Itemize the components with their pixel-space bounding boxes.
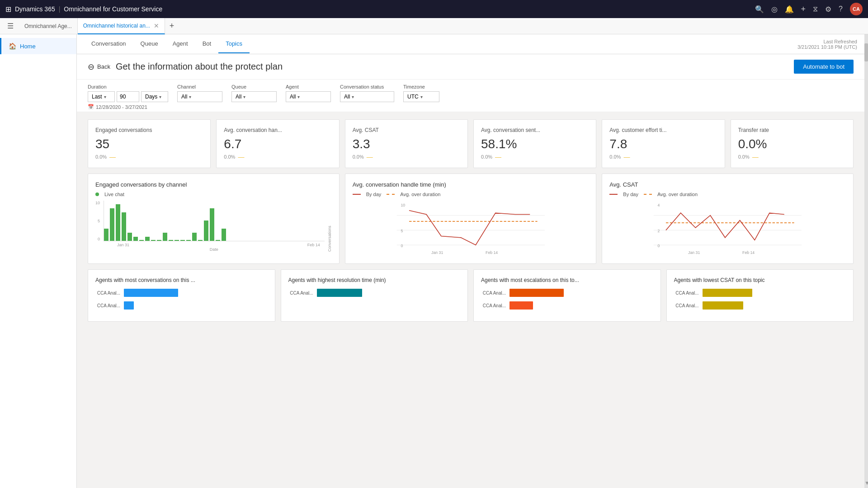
bar: [186, 240, 191, 241]
bar: [210, 208, 214, 241]
bar-fill: [124, 301, 134, 310]
top-bar-icons: 🔍 ◎ 🔔 + ⧖ ⚙ ? CA: [755, 3, 863, 15]
agent-select[interactable]: All ▾: [286, 91, 331, 102]
tab-close-icon[interactable]: ✕: [154, 22, 159, 29]
kpi-cards-section: Engaged conversations 35 0.0% — Avg. con…: [77, 112, 864, 168]
chart-legend: Live chat: [95, 192, 332, 197]
bar: [151, 240, 156, 241]
avatar[interactable]: CA: [850, 3, 863, 15]
bar: [163, 233, 167, 241]
filter-channel: Channel All ▾: [177, 84, 222, 102]
tab-queue[interactable]: Queue: [133, 35, 165, 53]
back-label: Back: [97, 63, 110, 70]
tab-omnichannel-historical[interactable]: Omnichannel historical an... ✕: [78, 18, 165, 34]
sub-tab-navigation: Conversation Queue Agent Bot Topics Last…: [77, 34, 864, 54]
bar-fill: [703, 289, 752, 297]
copilot-icon[interactable]: ◎: [771, 5, 778, 14]
csat-svg: 4 2 0 Jan 31 Feb 14 Date: [609, 201, 846, 255]
help-icon[interactable]: ?: [839, 5, 843, 13]
sidebar-item-home[interactable]: 🏠 Home: [0, 38, 76, 54]
horiz-bar-row: CCA Anal...: [95, 301, 268, 310]
bar: [204, 221, 208, 241]
bar: [127, 233, 132, 241]
kpi-avg-csat: Avg. CSAT 3.3 0.0% —: [345, 119, 468, 168]
channel-select[interactable]: All ▾: [177, 91, 222, 102]
filter-icon[interactable]: ⧖: [813, 5, 818, 13]
horiz-bar-row: CCA Anal...: [95, 289, 268, 297]
horiz-bar-row: CCA Anal...: [481, 301, 653, 310]
back-button[interactable]: ⊖ Back: [88, 62, 110, 72]
hamburger-menu-icon[interactable]: ☰: [4, 18, 17, 34]
bar: [139, 240, 144, 241]
filters-bar: Duration Last ▾ Days ▾ Channe: [77, 80, 864, 112]
bar: [198, 240, 203, 241]
timezone-select[interactable]: UTC ▾: [403, 91, 439, 102]
queue-select[interactable]: All ▾: [231, 91, 277, 102]
duration-value-input[interactable]: [117, 91, 139, 102]
bar: [157, 240, 161, 241]
svg-text:4: 4: [658, 203, 660, 207]
conversation-status-select[interactable]: All ▾: [340, 91, 394, 102]
tab-bot[interactable]: Bot: [195, 35, 219, 53]
agents-lowest-csat-chart: Agents with lowest CSAT on this topic CC…: [666, 269, 854, 322]
live-chat-legend-dot: [95, 192, 99, 196]
top-navigation-bar: ⊞ Dynamics 365 | Omnichannel for Custome…: [0, 0, 868, 18]
kpi-transfer-rate: Transfer rate 0.0% 0.0% —: [731, 119, 854, 168]
agents-highest-resolution-chart: Agents with highest resolution time (min…: [281, 269, 468, 322]
sub-tabs-left: Conversation Queue Agent Bot Topics: [84, 35, 250, 53]
add-tab-button[interactable]: +: [165, 21, 179, 31]
sidebar: 🏠 Home: [0, 34, 77, 488]
handle-time-legend: By day Avg. over duration: [353, 192, 589, 197]
back-icon: ⊖: [88, 62, 94, 72]
last-refreshed: Last Refreshed 3/21/2021 10:18 PM (UTC): [797, 39, 857, 50]
tab-topics[interactable]: Topics: [218, 35, 250, 53]
svg-text:Feb 14: Feb 14: [486, 250, 498, 255]
right-scrollbar[interactable]: ▼: [864, 34, 868, 488]
scrollbar-thumb[interactable]: [864, 43, 868, 61]
filter-duration: Duration Last ▾ Days ▾: [88, 84, 168, 102]
bar-fill: [703, 301, 743, 310]
kpi-avg-handle-time: Avg. conversation han... 6.7 0.0% —: [216, 119, 339, 168]
agents-most-escalations-chart: Agents with most escalations on this to.…: [473, 269, 661, 322]
svg-text:Jan 31: Jan 31: [431, 250, 443, 255]
settings-icon[interactable]: ⚙: [825, 5, 831, 14]
csat-legend: By day Avg. over duration: [609, 192, 846, 197]
duration-last-select[interactable]: Last ▾: [88, 91, 115, 102]
duration-unit-select[interactable]: Days ▾: [141, 91, 168, 102]
page-title: Get the information about the protect pl…: [116, 61, 283, 72]
kpi-customer-effort: Avg. customer effort ti... 7.8 0.0% —: [602, 119, 725, 168]
waffle-icon[interactable]: ⊞: [5, 5, 11, 14]
page-header: ⊖ Back Get the information about the pro…: [77, 54, 864, 80]
filter-agent: Agent All ▾: [286, 84, 331, 102]
bar-fill: [124, 289, 178, 297]
brand-separator: |: [59, 5, 61, 13]
add-icon[interactable]: +: [801, 5, 806, 14]
svg-text:0: 0: [658, 244, 660, 248]
app-brand: ⊞ Dynamics 365 | Omnichannel for Custome…: [5, 5, 162, 14]
product-name: Omnichannel for Customer Service: [64, 5, 162, 13]
charts-section: Engaged conversations by channel Live ch…: [77, 168, 864, 264]
page-header-left: ⊖ Back Get the information about the pro…: [88, 61, 283, 72]
search-icon[interactable]: 🔍: [755, 5, 764, 14]
bar: [104, 229, 108, 241]
brand-name: Dynamics 365: [15, 5, 55, 13]
horiz-bar-row: CCA Anal...: [674, 301, 846, 310]
tab-agent[interactable]: Agent: [165, 35, 195, 53]
date-range-display: 📅 12/28/2020 - 3/27/2021: [88, 104, 854, 110]
scroll-down-arrow[interactable]: ▼: [864, 480, 868, 486]
horiz-bar-row: CCA Anal...: [674, 289, 846, 297]
automate-to-bot-button[interactable]: Automate to bot: [794, 60, 854, 74]
svg-text:Feb 14: Feb 14: [742, 250, 755, 255]
bar: [122, 212, 126, 241]
tab-omnichannel-agent[interactable]: Omnichannel Age...: [19, 18, 78, 34]
svg-text:Jan 31: Jan 31: [688, 250, 700, 255]
agents-most-conversations-chart: Agents with most conversations on this .…: [88, 269, 275, 322]
kpi-engaged-conversations: Engaged conversations 35 0.0% —: [88, 119, 211, 168]
filter-conversation-status: Conversation status All ▾: [340, 84, 394, 102]
tab-conversation[interactable]: Conversation: [84, 35, 133, 53]
bar: [216, 240, 220, 241]
bar: [192, 233, 197, 241]
horiz-bar-row: CCA Anal...: [288, 289, 461, 297]
home-icon: 🏠: [9, 42, 16, 50]
notifications-icon[interactable]: 🔔: [785, 5, 794, 14]
